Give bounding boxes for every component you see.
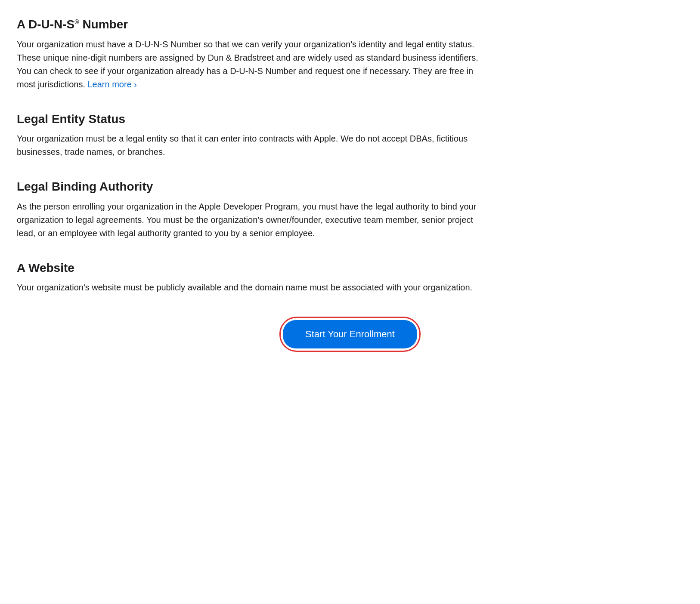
registered-trademark: ® [74,18,79,25]
legal-entity-status-body: Your organization must be a legal entity… [17,132,490,159]
website-title: A Website [17,261,683,275]
enrollment-button-wrapper: Start Your Enrollment [283,320,417,348]
duns-number-title: A D-U-N-S® Number [17,17,683,32]
legal-binding-authority-body: As the person enrolling your organizatio… [17,200,490,240]
duns-number-body: Your organization must have a D-U-N-S Nu… [17,38,490,91]
legal-entity-status-section: Legal Entity Status Your organization mu… [17,112,683,159]
learn-more-link[interactable]: Learn more › [88,80,137,89]
start-enrollment-button[interactable]: Start Your Enrollment [283,320,417,348]
button-container: Start Your Enrollment [17,320,683,348]
website-section: A Website Your organization's website mu… [17,261,683,295]
legal-binding-authority-title: Legal Binding Authority [17,179,683,194]
legal-binding-authority-section: Legal Binding Authority As the person en… [17,179,683,240]
legal-entity-status-title: Legal Entity Status [17,112,683,126]
duns-number-section: A D-U-N-S® Number Your organization must… [17,17,683,91]
website-body: Your organization's website must be publ… [17,281,490,294]
